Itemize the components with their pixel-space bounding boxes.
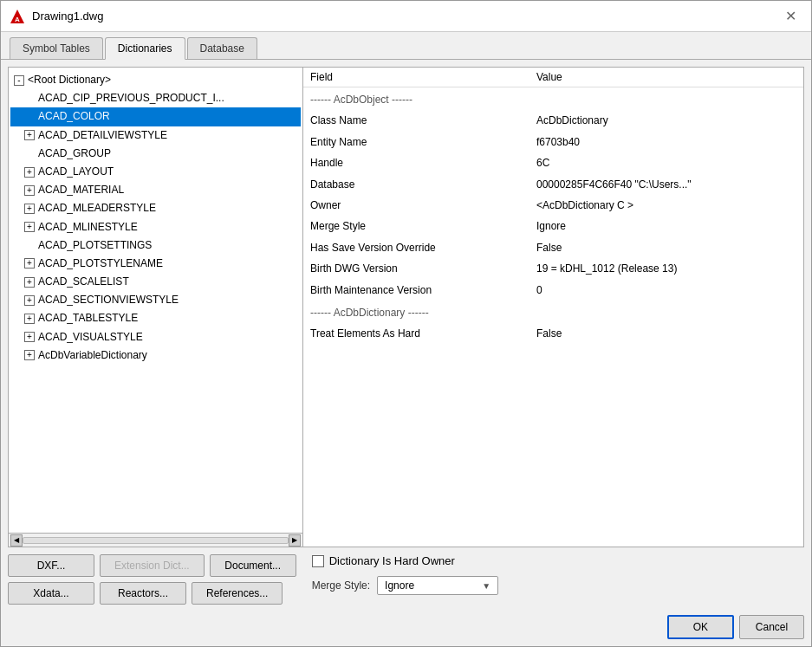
tree-label-acad-color: ACAD_COLOR (38, 108, 110, 125)
section-label-acdbdict: ------ AcDbDictionary ------ (303, 301, 803, 323)
prop-value-handle: 6C (529, 152, 803, 173)
expand-icon-mleader[interactable]: + (24, 204, 35, 214)
horizontal-scrollbar[interactable]: ◀ ▶ (9, 533, 302, 547)
prop-row-database: Database 00000285F4C66F40 "C:\Users..." (303, 174, 803, 195)
tree-item-acad-material[interactable]: + ACAD_MATERIAL (10, 181, 301, 199)
button-grid: DXF... Extension Dict... Document... Xda… (8, 554, 296, 605)
panels: - <Root Dictionary> ACAD_CIP_PREVIOUS_PR… (8, 67, 804, 547)
dictionary-hard-owner-checkbox[interactable] (312, 555, 324, 567)
col-value-header: Value (529, 68, 803, 87)
prop-value-owner: <AcDbDictionary C > (529, 195, 803, 216)
prop-field-birthmaint: Birth Maintenance Version (303, 280, 529, 301)
merge-style-dropdown[interactable]: Ignore ▼ (377, 576, 498, 595)
prop-field-classname: Class Name (303, 110, 529, 131)
tree-area[interactable]: - <Root Dictionary> ACAD_CIP_PREVIOUS_PR… (9, 68, 302, 533)
tree-label-acad-detail: ACAD_DETAILVIEWSTYLE (38, 127, 167, 144)
prop-field-treatelements: Treat Elements As Hard (303, 323, 529, 344)
prop-value-treatelements: False (529, 323, 803, 344)
merge-style-row: Merge Style: Ignore ▼ (312, 576, 804, 595)
expand-icon-table[interactable]: + (24, 314, 35, 324)
tree-label-acad-plotset: ACAD_PLOTSETTINGS (38, 237, 152, 254)
prop-field-birthdwg: Birth DWG Version (303, 258, 529, 279)
ok-cancel-row: OK Cancel (1, 611, 811, 646)
right-options: Dictionary Is Hard Owner Merge Style: Ig… (303, 554, 804, 595)
bottom-section: DXF... Extension Dict... Document... Xda… (8, 554, 804, 605)
tree-label-acad-mline: ACAD_MLINESTYLE (38, 219, 138, 236)
expand-icon-scale[interactable]: + (24, 277, 35, 288)
expand-icon-layout[interactable]: + (24, 167, 35, 178)
prop-value-database: 00000285F4C66F40 "C:\Users..." (529, 174, 803, 195)
prop-field-database: Database (303, 174, 529, 195)
expand-icon-var[interactable]: + (24, 350, 35, 360)
main-window: A Drawing1.dwg ✕ Symbol Tables Dictionar… (0, 0, 812, 647)
tree-item-acad-scale[interactable]: + ACAD_SCALELIST (10, 273, 301, 291)
prop-row-classname: Class Name AcDbDictionary (303, 110, 803, 131)
dictionary-hard-owner-row: Dictionary Is Hard Owner (312, 554, 804, 567)
prop-field-entityname: Entity Name (303, 132, 529, 152)
expand-icon-material[interactable]: + (24, 185, 35, 196)
main-content: - <Root Dictionary> ACAD_CIP_PREVIOUS_PR… (1, 60, 811, 611)
tree-item-acad-table[interactable]: + ACAD_TABLESTYLE (10, 309, 301, 327)
tree-item-acad-group[interactable]: ACAD_GROUP (10, 145, 301, 163)
tree-item-acdb-var[interactable]: + AcDbVariableDictionary (10, 346, 301, 365)
tree-item-acad-color[interactable]: ACAD_COLOR (10, 107, 301, 126)
expand-icon-plotstyle[interactable]: + (24, 258, 35, 269)
tab-bar: Symbol Tables Dictionaries Database (1, 32, 811, 60)
tree-item-root[interactable]: - <Root Dictionary> (10, 71, 301, 89)
ok-button[interactable]: OK (667, 615, 734, 639)
document-button[interactable]: Document... (210, 554, 296, 577)
tree-item-acad-cip[interactable]: ACAD_CIP_PREVIOUS_PRODUCT_I... (10, 89, 301, 107)
properties-table: Field Value ------ AcDbObject ------ Cla… (303, 68, 803, 345)
prop-value-birthdwg: 19 = kDHL_1012 (Release 13) (529, 258, 803, 279)
tree-item-acad-plotstyle[interactable]: + ACAD_PLOTSTYLENAME (10, 255, 301, 273)
cancel-button[interactable]: Cancel (739, 615, 804, 639)
merge-style-value: Ignore (385, 579, 414, 592)
expand-icon-section[interactable]: + (24, 295, 35, 306)
extension-dict-button[interactable]: Extension Dict... (100, 554, 205, 577)
svg-text:A: A (15, 16, 20, 23)
prop-field-handle: Handle (303, 152, 529, 173)
expand-icon-visual[interactable]: + (24, 332, 35, 342)
expand-icon-mline[interactable]: + (24, 222, 35, 232)
tab-dictionaries[interactable]: Dictionaries (105, 37, 185, 60)
section-label-acdbobject: ------ AcDbObject ------ (303, 87, 803, 111)
tree-item-acad-plotset[interactable]: ACAD_PLOTSETTINGS (10, 236, 301, 255)
prop-row-entityname: Entity Name f6703b40 (303, 132, 803, 152)
references-button[interactable]: References... (192, 582, 283, 605)
tree-item-acad-detail[interactable]: + ACAD_DETAILVIEWSTYLE (10, 126, 301, 145)
tree-label-acad-scale: ACAD_SCALELIST (38, 274, 129, 290)
dxf-button[interactable]: DXF... (8, 554, 94, 577)
prop-field-hassave: Has Save Version Override (303, 237, 529, 258)
close-button[interactable]: ✕ (778, 4, 802, 29)
prop-row-treatelements: Treat Elements As Hard False (303, 323, 803, 344)
tree-item-acad-section[interactable]: + ACAD_SECTIONVIEWSTYLE (10, 291, 301, 309)
title-bar: A Drawing1.dwg ✕ (1, 1, 811, 32)
prop-row-birthmaint: Birth Maintenance Version 0 (303, 280, 803, 301)
prop-value-mergestyle: Ignore (529, 216, 803, 236)
tree-label-acdb-var: AcDbVariableDictionary (38, 347, 147, 364)
prop-value-entityname: f6703b40 (529, 132, 803, 152)
reactors-button[interactable]: Reactors... (100, 582, 186, 605)
tree-item-acad-mline[interactable]: + ACAD_MLINESTYLE (10, 218, 301, 236)
tree-item-acad-mleader[interactable]: + ACAD_MLEADERSTYLE (10, 199, 301, 217)
expand-icon-detail[interactable]: + (24, 130, 35, 140)
col-field-header: Field (303, 68, 529, 87)
prop-value-classname: AcDbDictionary (529, 110, 803, 131)
xdata-button[interactable]: Xdata... (8, 582, 94, 605)
prop-field-owner: Owner (303, 195, 529, 216)
tree-label-root: <Root Dictionary> (28, 72, 111, 88)
scroll-right-arrow[interactable]: ▶ (289, 534, 301, 547)
scrollbar-track[interactable] (23, 537, 289, 544)
tree-item-acad-visual[interactable]: + ACAD_VISUALSTYLE (10, 328, 301, 346)
dropdown-arrow-icon: ▼ (482, 581, 490, 591)
scroll-left-arrow[interactable]: ◀ (10, 534, 23, 547)
tree-item-acad-layout[interactable]: + ACAD_LAYOUT (10, 163, 301, 181)
tab-symbol-tables[interactable]: Symbol Tables (10, 37, 103, 59)
prop-field-mergestyle: Merge Style (303, 216, 529, 236)
prop-row-handle: Handle 6C (303, 152, 803, 173)
expand-icon-root[interactable]: - (14, 75, 24, 86)
prop-value-birthmaint: 0 (529, 280, 803, 301)
tab-database[interactable]: Database (187, 37, 257, 59)
tree-label-acad-layout: ACAD_LAYOUT (38, 164, 114, 180)
prop-row-owner: Owner <AcDbDictionary C > (303, 195, 803, 216)
